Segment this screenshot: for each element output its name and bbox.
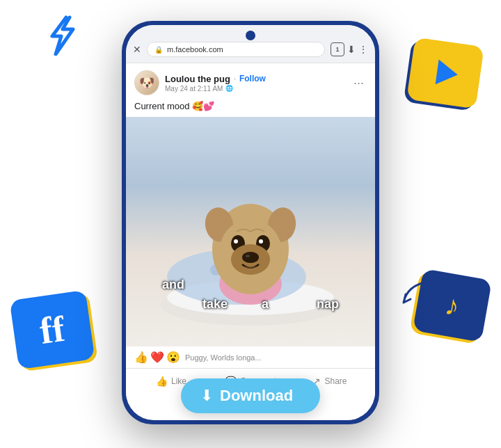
- reaction-names: Puggy, Worlds longa...: [185, 353, 262, 362]
- scene: f ♪ ✕ 🔒 m.facebook.com 1: [0, 0, 501, 448]
- dot-separator: ·: [234, 74, 236, 83]
- reactions-row: 👍 ❤️ 😮 Puggy, Worlds longa...: [126, 346, 375, 367]
- svg-point-15: [259, 239, 263, 243]
- phone-frame: ✕ 🔒 m.facebook.com 1 ⬇ ⋮: [122, 21, 379, 424]
- lock-icon: 🔒: [154, 46, 163, 54]
- download-icon: ⬇: [200, 387, 213, 405]
- browser-download-icon[interactable]: ⬇: [347, 44, 356, 55]
- url-bar[interactable]: 🔒 m.facebook.com: [147, 42, 325, 57]
- svg-point-18: [246, 255, 250, 257]
- post-user-info: 🐶 Loulou the pug · Follow May 24 at 2:11…: [134, 70, 266, 95]
- svg-point-17: [242, 252, 259, 263]
- pug-illustration: [153, 124, 348, 326]
- post-date-row: May 24 at 2:11 AM 🌐: [165, 85, 266, 93]
- download-label: Download: [220, 387, 293, 405]
- download-button[interactable]: ⬇ Download: [181, 378, 320, 413]
- post-video-image: and take a nap: [126, 117, 375, 346]
- post-more-button[interactable]: ···: [351, 76, 367, 90]
- video-caption-and: and: [162, 278, 184, 292]
- reaction-emojis-group: 👍 ❤️ 😮 Puggy, Worlds longa...: [134, 351, 262, 364]
- follow-button[interactable]: Follow: [239, 74, 266, 83]
- camera-notch: [246, 31, 255, 40]
- like-icon: 👍: [156, 376, 168, 387]
- wow-reaction-icon: 😮: [166, 351, 180, 364]
- post-user-name-row: Loulou the pug · Follow: [165, 74, 266, 84]
- browser-more-icon[interactable]: ⋮: [358, 44, 368, 55]
- url-text: m.facebook.com: [167, 45, 223, 54]
- love-reaction-icon: ❤️: [150, 351, 164, 364]
- post-meta-block: Loulou the pug · Follow May 24 at 2:11 A…: [165, 74, 266, 93]
- user-avatar: 🐶: [134, 70, 159, 95]
- globe-icon: 🌐: [225, 85, 233, 92]
- video-caption-nap: nap: [317, 297, 339, 312]
- video-caption-take: take: [202, 297, 228, 312]
- post-caption: Current mood 🥰💕: [126, 99, 375, 117]
- svg-point-14: [234, 239, 238, 243]
- browser-controls: 1 ⬇ ⋮: [331, 42, 368, 56]
- browser-close-button[interactable]: ✕: [133, 44, 141, 55]
- play-card-deco: [406, 37, 484, 109]
- tab-count[interactable]: 1: [331, 42, 344, 56]
- play-triangle-icon: [436, 60, 460, 88]
- post-header: 🐶 Loulou the pug · Follow May 24 at 2:11…: [126, 63, 375, 99]
- phone-inner: ✕ 🔒 m.facebook.com 1 ⬇ ⋮: [126, 25, 375, 420]
- video-caption-a: a: [262, 297, 269, 312]
- facebook-card-deco: f: [10, 290, 95, 369]
- curved-arrow-deco: [393, 275, 435, 319]
- share-label: Share: [324, 376, 347, 386]
- post-date: May 24 at 2:11 AM: [165, 85, 223, 93]
- phone-outer: ✕ 🔒 m.facebook.com 1 ⬇ ⋮: [122, 21, 379, 424]
- like-reaction-icon: 👍: [134, 351, 148, 364]
- user-name: Loulou the pug: [165, 74, 230, 84]
- lightning-deco: [42, 14, 84, 56]
- music-note-icon: ♪: [443, 289, 462, 322]
- post-area: 🐶 Loulou the pug · Follow May 24 at 2:11…: [126, 63, 375, 397]
